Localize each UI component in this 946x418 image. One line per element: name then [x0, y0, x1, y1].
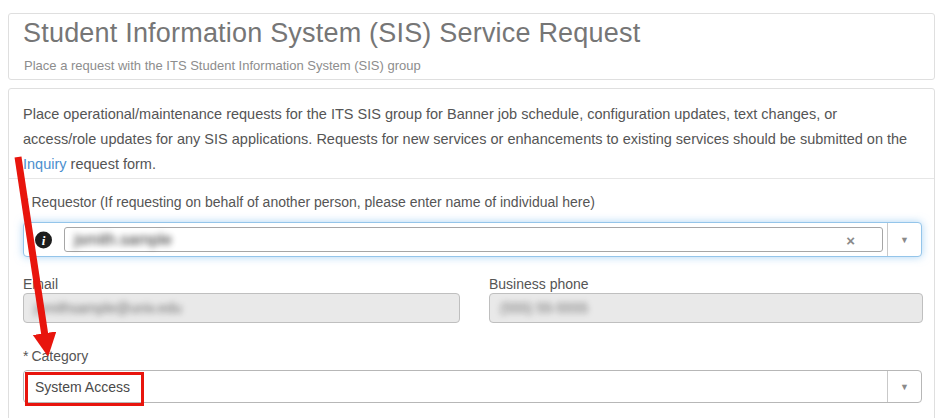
info-circle-icon: i: [35, 231, 52, 248]
intro-text-after-link: request form.: [67, 156, 156, 172]
requestor-input[interactable]: jsmith.sample: [64, 227, 883, 252]
chevron-down-icon: ▼: [900, 235, 909, 245]
business-phone-value-redacted: (555) 55-5555: [500, 300, 588, 316]
requestor-label: *Requestor (If requesting on behalf of a…: [23, 194, 595, 210]
requestor-value-redacted: jsmith.sample: [74, 231, 172, 249]
intro-text-before-link: Place operational/maintenance requests f…: [23, 106, 907, 147]
page-subtitle: Place a request with the ITS Student Inf…: [24, 58, 421, 73]
email-field: jsmithsample@univ.edu: [23, 293, 460, 323]
chevron-down-icon: ▼: [900, 382, 909, 392]
email-value-redacted: jsmithsample@univ.edu: [34, 300, 182, 316]
category-selected-value: System Access: [24, 371, 887, 402]
intro-paragraph: Place operational/maintenance requests f…: [23, 102, 909, 177]
inquiry-link[interactable]: Inquiry: [23, 156, 67, 172]
page-title: Student Information System (SIS) Service…: [23, 18, 640, 49]
category-label-text: Category: [31, 348, 88, 364]
requestor-dropdown-button[interactable]: ▼: [887, 223, 921, 256]
category-label: *Category: [23, 348, 88, 364]
requestor-required-marker: *: [23, 194, 28, 210]
category-select[interactable]: System Access ▼: [23, 370, 922, 403]
email-label: Email: [23, 276, 58, 292]
requestor-input-zone: i jsmith.sample ×: [24, 223, 887, 256]
page-header-card: Student Information System (SIS) Service…: [8, 13, 935, 80]
requestor-combobox[interactable]: i jsmith.sample × ▼: [23, 222, 922, 257]
business-phone-label: Business phone: [489, 276, 589, 292]
form-card: Place operational/maintenance requests f…: [8, 88, 935, 418]
clear-x-icon[interactable]: ×: [846, 232, 855, 247]
category-required-marker: *: [23, 348, 28, 364]
section-divider: [9, 178, 934, 179]
category-dropdown-button[interactable]: ▼: [887, 371, 921, 402]
business-phone-field: (555) 55-5555: [489, 293, 923, 323]
requestor-label-text: Requestor (If requesting on behalf of an…: [31, 194, 594, 210]
